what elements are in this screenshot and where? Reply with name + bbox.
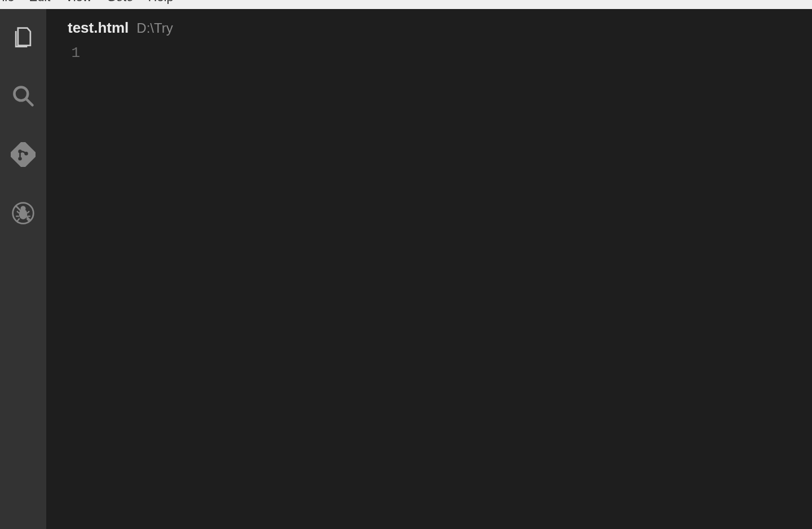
tab-path: D:\Try [136, 20, 173, 36]
bug-icon [11, 201, 36, 228]
menu-goto[interactable]: Goto [107, 0, 134, 5]
explorer-button[interactable] [11, 26, 36, 51]
svg-point-5 [18, 157, 21, 160]
menu-view[interactable]: View [65, 0, 91, 5]
editor-group: test.html D:\Try 1 [46, 9, 812, 529]
svg-line-13 [17, 218, 20, 222]
line-number: 1 [46, 45, 80, 61]
code-content[interactable] [97, 42, 812, 529]
svg-line-1 [27, 99, 33, 105]
code-editor[interactable]: 1 [46, 42, 812, 529]
svg-line-9 [17, 211, 19, 213]
svg-line-10 [27, 211, 29, 213]
line-number-gutter: 1 [46, 42, 97, 529]
menu-file[interactable]: File [0, 0, 14, 5]
tab-filename: test.html [68, 19, 129, 37]
source-control-button[interactable] [11, 143, 36, 168]
main-area: test.html D:\Try 1 [0, 9, 812, 529]
search-icon [11, 83, 36, 111]
menu-edit[interactable]: Edit [29, 0, 50, 5]
debug-button[interactable] [11, 202, 36, 227]
menu-bar: File Edit View Goto Help [0, 0, 812, 9]
activity-bar [0, 9, 46, 529]
search-button[interactable] [11, 85, 36, 109]
editor-tab[interactable]: test.html D:\Try [46, 9, 812, 42]
svg-rect-2 [11, 142, 36, 167]
menu-help[interactable]: Help [148, 0, 173, 5]
git-icon [11, 142, 36, 169]
files-icon [11, 25, 36, 52]
